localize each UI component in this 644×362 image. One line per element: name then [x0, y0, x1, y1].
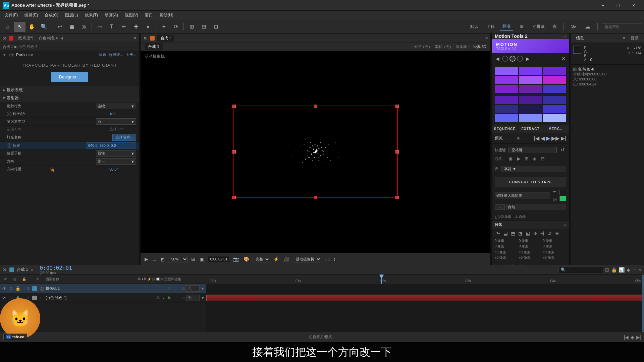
layer-2-parent-selector[interactable]: 无: [186, 295, 200, 301]
align-tool[interactable]: ⊞: [186, 22, 197, 32]
mt-swatch-11[interactable]: [519, 96, 542, 104]
ram-preview-btn[interactable]: □: [152, 256, 157, 262]
font-selector[interactable]: 碳纤维大黑简体: [495, 192, 550, 199]
workspace-small[interactable]: 小屏幕: [530, 23, 547, 30]
timeline-close-btn[interactable]: ✕: [3, 267, 7, 273]
timecode-display[interactable]: 0:00:02:01: [208, 256, 230, 262]
mt-swatch-1[interactable]: [495, 67, 518, 75]
color-green-indicator[interactable]: [559, 196, 566, 201]
layer-1-parent-expand[interactable]: ▼: [201, 287, 205, 291]
mt-nav-left[interactable]: ◀: [494, 55, 501, 62]
camera-btn[interactable]: 🎥: [282, 256, 291, 262]
layer-1-color[interactable]: [32, 286, 37, 291]
menu-composition[interactable]: 合成(C): [41, 11, 62, 19]
mt-swatch-15[interactable]: [543, 105, 566, 113]
layer-submenu-btn[interactable]: ⊞: [7, 335, 11, 340]
stopwatch-particles[interactable]: ⏱: [7, 112, 11, 116]
pb-step-fwd-btn[interactable]: ▶: [519, 262, 526, 265]
preview-menu[interactable]: ≡: [517, 136, 520, 141]
mt-swatch-2[interactable]: [519, 67, 542, 75]
workspace-learn[interactable]: 了解: [484, 23, 497, 30]
fast-preview-btn[interactable]: ⚡: [272, 256, 280, 262]
panel-close-btn[interactable]: ✕: [3, 36, 7, 41]
tl-snap-btn[interactable]: ⊞: [605, 267, 609, 273]
display-system-header[interactable]: ▶ 显示系统: [0, 86, 139, 94]
mt-swatch-7[interactable]: [495, 85, 518, 93]
mt-swatch-3[interactable]: [543, 67, 566, 75]
roto-tool[interactable]: ⟳: [170, 22, 181, 32]
menu-effect[interactable]: 效果(T): [82, 11, 101, 19]
tl-graph-btn[interactable]: 📊: [619, 267, 625, 273]
particles-sec-value[interactable]: 100: [109, 112, 136, 116]
stopwatch-position[interactable]: ⏱: [7, 143, 11, 148]
menu-animation[interactable]: 动画(A): [101, 11, 121, 19]
timeline-search-input[interactable]: [567, 268, 601, 272]
mt-dot-1[interactable]: [502, 56, 508, 62]
layer-1-solo[interactable]: ⊙: [8, 286, 14, 292]
layer-1-name[interactable]: 摄像机 1: [46, 286, 166, 291]
merge-btn[interactable]: MERG...: [543, 125, 569, 133]
include-icon-3[interactable]: ⊞: [523, 155, 530, 162]
emit-behavior-dropdown[interactable]: 连续 ▼: [96, 103, 136, 109]
select-name-btn[interactable]: 选择名称...: [112, 134, 136, 141]
mt-swatch-12[interactable]: [543, 96, 566, 104]
workspace-standard[interactable]: 标准: [500, 23, 513, 31]
emitter-header[interactable]: ▶ 发射器: [0, 94, 139, 102]
mt-settings-btn[interactable]: ✕: [560, 55, 567, 62]
dash-btn[interactable]: -: [495, 204, 505, 210]
region-btn[interactable]: ▣: [199, 256, 206, 262]
layer-2-solo[interactable]: ⊙: [8, 295, 14, 301]
layer-1-solo-icon[interactable]: 单: [167, 286, 172, 291]
mt-swatch-6[interactable]: [543, 76, 566, 84]
designer-btn[interactable]: Designer...: [51, 72, 88, 82]
timeline-menu[interactable]: ≡: [31, 268, 33, 272]
comp-close-btn[interactable]: ✕: [143, 36, 147, 41]
snapshot-btn[interactable]: 📷: [232, 256, 240, 262]
layer-2-lock[interactable]: 🔓: [15, 295, 21, 301]
menu-view[interactable]: 视图(V): [121, 11, 142, 19]
minimize-button[interactable]: −: [595, 0, 610, 11]
solid-track-bar[interactable]: [206, 295, 644, 301]
timeline-right-handle[interactable]: [642, 275, 644, 332]
tool-icon-shape[interactable]: ◎: [551, 196, 558, 202]
search-input[interactable]: [602, 23, 642, 30]
zoom-selector[interactable]: 50% 100% 25%: [168, 256, 188, 262]
menu-window[interactable]: 窗口: [142, 11, 156, 19]
pb-step-back-btn[interactable]: ◀: [503, 262, 509, 265]
menu-layer[interactable]: 图层(L): [62, 11, 82, 19]
timeline-tab[interactable]: 合成 1: [17, 267, 28, 273]
align-right-btn[interactable]: ⬒: [509, 230, 516, 237]
mt-swatch-16[interactable]: [495, 114, 518, 122]
mt-swatch-5[interactable]: [519, 76, 542, 84]
layer-2-eye[interactable]: 👁: [1, 295, 7, 301]
close-button[interactable]: ×: [626, 0, 641, 11]
align-bottom-btn[interactable]: ⬗: [532, 230, 538, 237]
workspace-library[interactable]: 库: [550, 23, 559, 30]
mt-swatch-10[interactable]: [495, 96, 518, 104]
mt-swatch-13[interactable]: [495, 105, 518, 113]
select-tool[interactable]: ↖: [14, 22, 25, 32]
timeline-end-btn[interactable]: ▶|: [636, 335, 641, 340]
include-icon-1[interactable]: ◉: [507, 155, 514, 162]
layer-1-parent-selector[interactable]: 无: [186, 285, 200, 292]
pb-play-btn[interactable]: ▶: [511, 262, 518, 265]
layer-1-lock[interactable]: 🔓: [15, 286, 21, 292]
mt-swatch-14[interactable]: [519, 105, 542, 113]
tl-add-marker-btn[interactable]: ▿: [639, 267, 641, 273]
timeline-start-btn[interactable]: |◀: [624, 335, 629, 340]
tool-icon-pen[interactable]: ✒: [551, 188, 558, 195]
add-layer-btn[interactable]: +: [3, 335, 5, 340]
timeline-timecode[interactable]: 0:00:02:01: [40, 265, 72, 271]
align2-tool[interactable]: ⊟: [198, 22, 209, 32]
layer-btn[interactable]: ⊕: [554, 230, 560, 237]
align-left-btn[interactable]: ⬑: [495, 230, 501, 237]
menu-help[interactable]: 帮助(H): [156, 11, 177, 19]
mt-swatch-9[interactable]: [543, 85, 566, 93]
include-icon-2[interactable]: ▶: [515, 155, 522, 162]
mt-nav-right[interactable]: ▶: [524, 55, 531, 62]
playhead-line[interactable]: [381, 275, 382, 284]
comp-flow-btn[interactable]: ⊟: [13, 335, 17, 340]
info-panel-menu[interactable]: ≡: [623, 36, 625, 41]
tl-lock-btn[interactable]: 🔒: [611, 267, 617, 273]
include-icon-5[interactable]: ⊟: [539, 155, 546, 162]
